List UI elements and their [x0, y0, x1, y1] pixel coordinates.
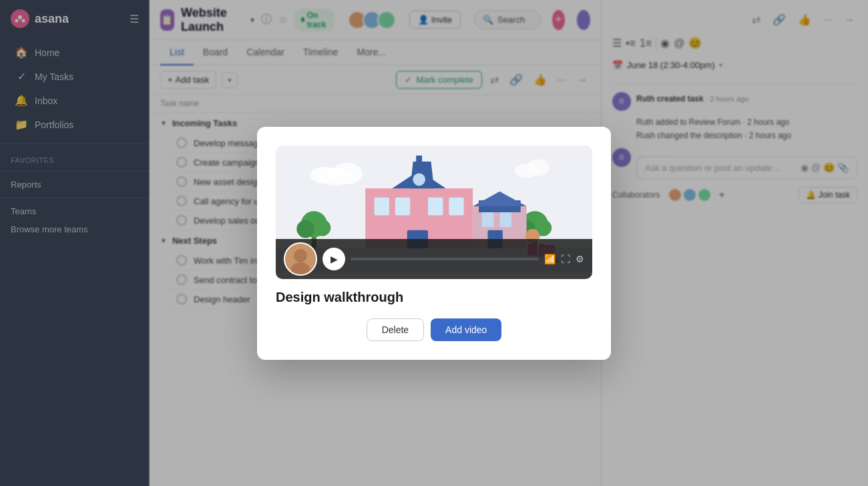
svg-rect-25: [449, 197, 463, 215]
svg-point-8: [527, 159, 549, 176]
svg-point-26: [412, 172, 426, 186]
svg-rect-31: [482, 212, 494, 227]
fullscreen-icon[interactable]: ⛶: [561, 254, 570, 264]
video-progress-track[interactable]: [351, 258, 539, 260]
face-svg: [285, 244, 316, 274]
svg-point-12: [296, 220, 314, 238]
add-video-button[interactable]: Add video: [431, 318, 501, 341]
modal-image-area: ▶ 📶 ⛶ ⚙: [276, 146, 592, 279]
svg-point-5: [333, 162, 363, 184]
presenter-avatar: [284, 242, 317, 276]
svg-rect-24: [428, 197, 443, 215]
modal-overlay[interactable]: ▶ 📶 ⛶ ⚙ Design walkthrough Delete Add vi…: [0, 0, 868, 486]
svg-rect-20: [416, 156, 422, 164]
svg-rect-23: [395, 197, 410, 215]
svg-rect-22: [375, 197, 389, 215]
svg-rect-32: [499, 212, 511, 227]
modal-dialog: ▶ 📶 ⛶ ⚙ Design walkthrough Delete Add vi…: [257, 127, 611, 360]
svg-point-13: [314, 219, 331, 236]
modal-title: Design walkthrough: [276, 290, 592, 305]
svg-point-6: [310, 167, 337, 184]
play-button[interactable]: ▶: [322, 248, 345, 270]
video-player-overlay: ▶ 📶 ⛶ ⚙: [276, 239, 592, 279]
settings-icon[interactable]: ⚙: [576, 254, 584, 264]
modal-actions: Delete Add video: [276, 318, 592, 341]
svg-point-42: [294, 249, 307, 262]
signal-icon[interactable]: 📶: [544, 254, 556, 264]
delete-button[interactable]: Delete: [367, 318, 424, 341]
